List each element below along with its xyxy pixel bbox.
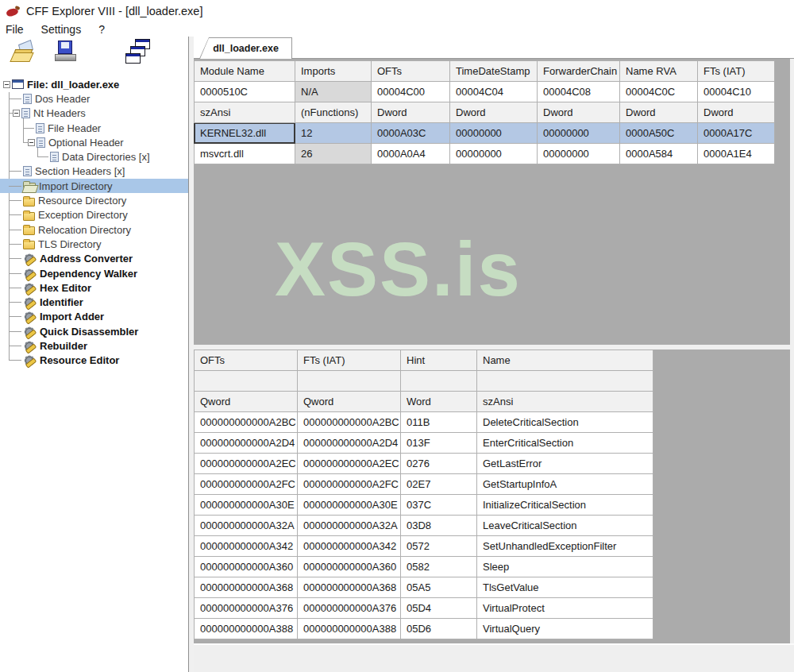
cell[interactable]: 05A5 xyxy=(401,577,477,598)
cell[interactable]: 000000000000A2D4 xyxy=(298,433,401,454)
cell[interactable]: 00004C04 xyxy=(450,82,538,102)
cell[interactable]: 05D6 xyxy=(401,619,477,639)
cell[interactable]: 0000A1E4 xyxy=(698,144,775,164)
cell[interactable]: 000000000000A342 xyxy=(195,536,298,557)
tree-item-exception-directory[interactable]: Exception Directory xyxy=(0,208,188,222)
cell[interactable]: 000000000000A342 xyxy=(298,536,401,557)
cell[interactable]: 000000000000A388 xyxy=(195,619,298,639)
tree-item-dependency-walker[interactable]: Dependency Walker xyxy=(0,266,188,280)
tree-item-resource-editor[interactable]: Resource Editor xyxy=(0,353,188,368)
cell[interactable]: 0000A0A4 xyxy=(372,144,450,164)
tab-dll-loader[interactable]: dll_loader.exe xyxy=(199,37,292,59)
cell[interactable]: 0000A03C xyxy=(372,123,450,144)
open-file-icon[interactable] xyxy=(11,40,40,68)
collapse-box-icon[interactable] xyxy=(13,110,20,117)
cell[interactable]: 000000000000A2BC xyxy=(298,412,401,433)
cell[interactable]: 000000000000A32A xyxy=(195,516,298,536)
cell: Dword xyxy=(450,102,538,123)
cell[interactable]: 00000000 xyxy=(450,144,538,164)
tree-item-section-headers[interactable]: Section Headers [x] xyxy=(0,164,188,179)
tree-item-tls-directory[interactable]: TLS Directory xyxy=(0,237,188,251)
tree-item-rebuilder[interactable]: Rebuilder xyxy=(0,338,188,353)
tree-item-optional-header[interactable]: Optional Header xyxy=(0,135,188,149)
cell[interactable]: 000000000000A30E xyxy=(195,495,298,516)
tree-item-data-directories[interactable]: Data Directories [x] xyxy=(0,149,188,164)
menu-settings[interactable]: Settings xyxy=(33,23,91,36)
cell-function-name[interactable]: TlsGetValue xyxy=(477,577,653,598)
cell-function-name[interactable]: InitializeCriticalSection xyxy=(477,495,653,516)
cell[interactable]: 26 xyxy=(295,144,372,164)
cell-function-name[interactable]: DeleteCriticalSection xyxy=(477,412,653,433)
tree-item-resource-directory[interactable]: Resource Directory xyxy=(0,193,188,207)
tree-item-relocation-directory[interactable]: Relocation Directory xyxy=(0,222,188,237)
cell[interactable]: 000000000000A368 xyxy=(195,577,298,598)
cell: Dword xyxy=(698,102,775,123)
tree-item-dos-header[interactable]: Dos Header xyxy=(0,91,188,106)
cell[interactable]: 000000000000A32A xyxy=(298,516,401,536)
cell[interactable]: 000000000000A376 xyxy=(195,598,298,619)
cell[interactable]: 011B xyxy=(401,412,477,433)
cell[interactable]: 0000A17C xyxy=(698,123,775,144)
cell-function-name[interactable]: VirtualProtect xyxy=(477,598,653,619)
tree-item-identifier[interactable]: Identifier xyxy=(0,295,188,309)
tree-item-import-adder[interactable]: Import Adder xyxy=(0,310,188,324)
cell[interactable]: 000000000000A2BC xyxy=(195,412,298,433)
cell: Qword xyxy=(195,392,298,412)
cell[interactable]: 02E7 xyxy=(401,474,477,495)
cell-function-name[interactable]: VirtualQuery xyxy=(477,619,653,639)
cell[interactable]: 00004C08 xyxy=(538,82,620,102)
save-file-icon[interactable] xyxy=(52,40,81,68)
collapse-box-icon[interactable] xyxy=(3,81,10,88)
cascade-windows-icon[interactable] xyxy=(125,38,157,70)
cell[interactable]: 00004C0C xyxy=(620,82,698,102)
cell[interactable]: 013F xyxy=(401,433,477,454)
cell[interactable]: 037C xyxy=(401,495,477,516)
cell[interactable]: 00000000 xyxy=(538,123,620,144)
cell[interactable]: 00000000 xyxy=(538,144,620,164)
cell[interactable]: 03D8 xyxy=(401,516,477,536)
cell-function-name[interactable]: GetStartupInfoA xyxy=(477,474,653,495)
menu-file[interactable]: File xyxy=(0,23,33,36)
cell[interactable]: 0582 xyxy=(401,557,477,577)
cell[interactable]: 000000000000A360 xyxy=(298,557,401,577)
function-row: 000000000000A2EC 000000000000A2EC 0276 G… xyxy=(195,454,653,474)
cell[interactable]: 0000510C xyxy=(195,82,295,102)
cell-function-name[interactable]: GetLastError xyxy=(477,454,653,474)
cell[interactable]: 000000000000A368 xyxy=(298,577,401,598)
tree-item-quick-disassembler[interactable]: Quick Disassembler xyxy=(0,324,188,338)
tree-item-hex-editor[interactable]: Hex Editor xyxy=(0,280,188,295)
cell-module-name[interactable]: KERNEL32.dll xyxy=(195,123,295,144)
collapse-box-icon[interactable] xyxy=(28,139,35,146)
cell-function-name[interactable]: SetUnhandledExceptionFilter xyxy=(477,536,653,557)
cell[interactable]: 000000000000A376 xyxy=(298,598,401,619)
cell[interactable]: 05D4 xyxy=(401,598,477,619)
cell[interactable]: 000000000000A2EC xyxy=(195,454,298,474)
cell-function-name[interactable]: LeaveCriticalSection xyxy=(477,516,653,536)
tree-item-file-header[interactable]: File Header xyxy=(0,121,188,135)
cell[interactable]: 000000000000A2EC xyxy=(298,454,401,474)
cell[interactable]: 000000000000A2FC xyxy=(195,474,298,495)
cell[interactable]: 000000000000A360 xyxy=(195,557,298,577)
menu-help[interactable]: ? xyxy=(90,23,114,36)
tree-item-address-converter[interactable]: Address Converter xyxy=(0,252,188,266)
cell[interactable]: 0000A50C xyxy=(620,123,698,144)
cell-module-name[interactable]: msvcrt.dll xyxy=(195,144,295,164)
cell-function-name[interactable]: Sleep xyxy=(477,557,653,577)
cell-function-name[interactable]: EnterCriticalSection xyxy=(477,433,653,454)
cell[interactable]: 00004C10 xyxy=(698,82,775,102)
cell[interactable]: 12 xyxy=(295,123,372,144)
cell[interactable]: 000000000000A2FC xyxy=(298,474,401,495)
cell[interactable]: 00004C00 xyxy=(372,82,450,102)
tree-item-file-root[interactable]: File: dll_loader.exe xyxy=(0,77,188,91)
cell[interactable]: 000000000000A2D4 xyxy=(195,433,298,454)
cell[interactable]: 0572 xyxy=(401,536,477,557)
tree-item-nt-headers[interactable]: Nt Headers xyxy=(0,106,188,121)
tree-item-import-directory[interactable]: Import Directory xyxy=(0,179,188,193)
cell[interactable]: 00000000 xyxy=(450,123,538,144)
cell[interactable]: 000000000000A388 xyxy=(298,619,401,639)
col-forwarderchain: ForwarderChain xyxy=(538,61,620,82)
cell[interactable]: 0000A584 xyxy=(620,144,698,164)
cell[interactable]: 0276 xyxy=(401,454,477,474)
cell[interactable]: N/A xyxy=(295,82,372,102)
cell[interactable]: 000000000000A30E xyxy=(298,495,401,516)
